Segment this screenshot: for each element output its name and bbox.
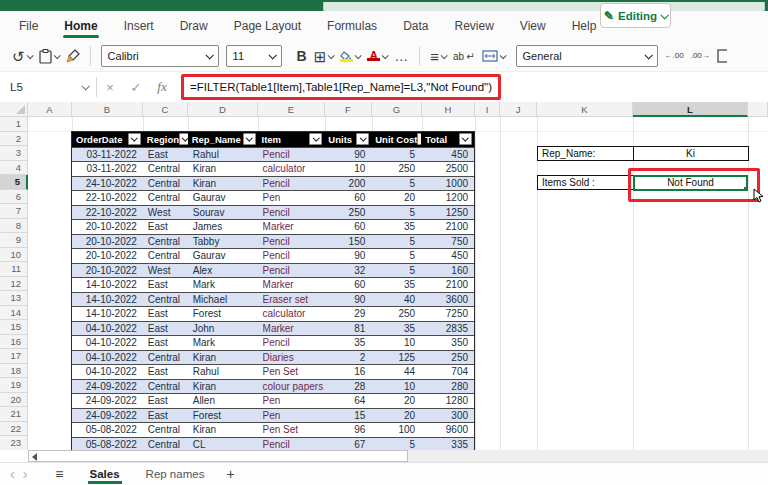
- table-row[interactable]: 24-10-2022CentralKiranPencil20051000: [72, 176, 474, 191]
- table-cell[interactable]: colour papers: [258, 380, 325, 394]
- table-cell[interactable]: 20-10-2022: [72, 220, 143, 234]
- table-cell[interactable]: 05-08-2022: [72, 438, 143, 451]
- table-cell[interactable]: Kiran: [188, 423, 258, 437]
- filter-dropdown-button[interactable]: [459, 133, 472, 145]
- table-cell[interactable]: Kiran: [188, 351, 258, 365]
- table-cell[interactable]: 15: [324, 409, 371, 423]
- table-row[interactable]: 20-10-2022CentralGauravPencil905450: [72, 248, 474, 263]
- table-cell[interactable]: 100: [371, 423, 421, 437]
- table-cell[interactable]: 04-10-2022: [72, 351, 143, 365]
- table-cell[interactable]: Kiran: [188, 177, 258, 191]
- table-cell[interactable]: Central: [143, 235, 188, 249]
- table-cell[interactable]: 20-10-2022: [72, 249, 143, 263]
- table-cell[interactable]: 60: [324, 191, 371, 205]
- table-cell[interactable]: 35: [324, 336, 371, 350]
- table-cell[interactable]: East: [143, 307, 188, 321]
- table-cell[interactable]: Forest: [188, 307, 258, 321]
- table-cell[interactable]: 35: [371, 322, 421, 336]
- row-header-16[interactable]: 16: [0, 335, 28, 350]
- table-cell[interactable]: Rahul: [188, 365, 258, 379]
- filter-dropdown-button[interactable]: [179, 133, 188, 145]
- table-cell[interactable]: 5: [371, 206, 421, 220]
- table-cell[interactable]: 1200: [421, 191, 474, 205]
- table-cell[interactable]: 2835: [421, 322, 474, 336]
- column-header-f[interactable]: F: [325, 102, 372, 117]
- table-cell[interactable]: East: [143, 365, 188, 379]
- column-header-j[interactable]: J: [500, 102, 537, 117]
- sheet-tab-rep-names[interactable]: Rep names: [144, 463, 207, 485]
- table-cell[interactable]: 7250: [421, 307, 474, 321]
- table-cell[interactable]: 5: [371, 249, 421, 263]
- table-row[interactable]: 03-11-2022EastRahulPencil905450: [72, 147, 474, 162]
- table-cell[interactable]: 450: [421, 249, 474, 263]
- table-cell[interactable]: Central: [143, 293, 188, 307]
- table-row[interactable]: 04-10-2022EastMarkPencil3510350: [72, 335, 474, 350]
- table-cell[interactable]: 14-10-2022: [72, 307, 143, 321]
- worksheet-grid[interactable]: ABCDEFGHIJKL 123456789101112131415161718…: [0, 102, 768, 450]
- table-cell[interactable]: calculator: [258, 307, 325, 321]
- editing-mode-button[interactable]: ✎ Editing: [600, 3, 671, 28]
- table-cell[interactable]: 350: [421, 336, 474, 350]
- table-cell[interactable]: John: [188, 322, 258, 336]
- table-cell[interactable]: Central: [143, 177, 188, 191]
- name-box[interactable]: L5: [0, 72, 96, 102]
- table-cell[interactable]: James: [188, 220, 258, 234]
- table-cell[interactable]: 1000: [421, 177, 474, 191]
- table-cell[interactable]: Mark: [188, 336, 258, 350]
- table-row[interactable]: 24-09-2022CentralKirancolour papers28102…: [72, 379, 474, 394]
- table-cell[interactable]: 20: [371, 409, 421, 423]
- table-cell[interactable]: Eraser set: [258, 293, 325, 307]
- table-cell[interactable]: 90: [324, 249, 371, 263]
- table-cell[interactable]: East: [143, 394, 188, 408]
- more-font-options-button[interactable]: …: [394, 48, 409, 64]
- font-name-select[interactable]: Calibri: [101, 45, 219, 67]
- table-cell[interactable]: 60: [324, 278, 371, 292]
- table-cell[interactable]: Gaurav: [188, 191, 258, 205]
- table-cell[interactable]: Central: [143, 351, 188, 365]
- merge-cells-button[interactable]: [482, 50, 505, 62]
- ribbon-tab-data[interactable]: Data: [390, 11, 441, 41]
- column-header-d[interactable]: D: [188, 102, 258, 117]
- table-cell[interactable]: 250: [371, 162, 421, 176]
- row-header-15[interactable]: 15: [0, 320, 28, 335]
- table-row[interactable]: 24-09-2022EastAllenPen64201280: [72, 393, 474, 408]
- row-header-6[interactable]: 6: [0, 190, 28, 205]
- alignment-button[interactable]: ≡: [430, 49, 446, 64]
- table-cell[interactable]: Central: [143, 162, 188, 176]
- row-header-20[interactable]: 20: [0, 393, 28, 408]
- prev-sheet-icon[interactable]: ‹: [10, 467, 15, 481]
- paste-button[interactable]: [39, 49, 59, 64]
- table-cell[interactable]: Central: [143, 191, 188, 205]
- table-cell[interactable]: Kiran: [188, 380, 258, 394]
- table-cell[interactable]: 14-10-2022: [72, 293, 143, 307]
- scroll-left-arrow-icon[interactable]: [32, 453, 37, 461]
- row-header-8[interactable]: 8: [0, 219, 28, 234]
- table-cell[interactable]: Marker: [258, 278, 325, 292]
- table-cell[interactable]: 2500: [421, 162, 474, 176]
- table-cell[interactable]: 24-09-2022: [72, 409, 143, 423]
- table-cell[interactable]: 5: [371, 148, 421, 162]
- table-cell[interactable]: 704: [421, 365, 474, 379]
- table-cell[interactable]: 90: [324, 148, 371, 162]
- table-cell[interactable]: 9600: [421, 423, 474, 437]
- insert-function-icon[interactable]: fx: [149, 79, 175, 95]
- table-cell[interactable]: 5: [371, 264, 421, 278]
- table-cell[interactable]: 60: [324, 220, 371, 234]
- table-cell[interactable]: Central: [143, 438, 188, 451]
- table-cell[interactable]: 03-11-2022: [72, 162, 143, 176]
- table-cell[interactable]: 05-08-2022: [72, 423, 143, 437]
- column-header-b[interactable]: B: [72, 102, 143, 117]
- table-cell[interactable]: 150: [324, 235, 371, 249]
- table-cell[interactable]: 750: [421, 235, 474, 249]
- table-cell[interactable]: 160: [421, 264, 474, 278]
- table-cell[interactable]: 10: [371, 336, 421, 350]
- column-header-c[interactable]: C: [143, 102, 188, 117]
- table-cell[interactable]: Pencil: [258, 206, 325, 220]
- table-cell[interactable]: Pencil: [258, 438, 325, 451]
- table-cell[interactable]: Marker: [258, 220, 325, 234]
- all-sheets-menu-icon[interactable]: ≡: [55, 466, 63, 482]
- row-header-2[interactable]: 2: [0, 132, 28, 147]
- add-sheet-button[interactable]: +: [226, 466, 234, 482]
- table-cell[interactable]: 335: [421, 438, 474, 451]
- table-row[interactable]: 05-08-2022CentralCLPencil675335: [72, 437, 474, 451]
